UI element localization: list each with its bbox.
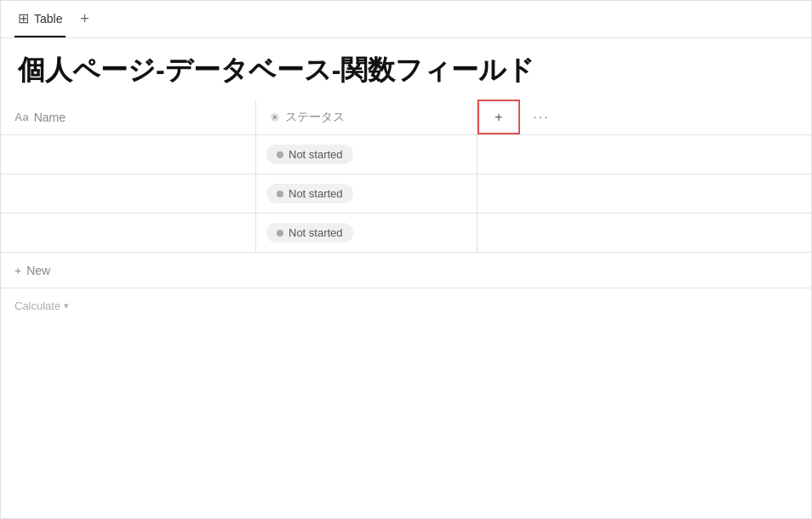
new-row-label: New <box>26 264 50 277</box>
table-row: Not started <box>1 174 811 214</box>
table-icon: ⊞ <box>18 10 29 26</box>
add-tab-button[interactable]: + <box>72 8 96 31</box>
calculate-label: Calculate <box>14 299 60 312</box>
status-badge: Not started <box>266 184 353 203</box>
table-row: Not started <box>1 214 811 253</box>
status-badge: Not started <box>266 223 353 242</box>
calculate-button[interactable]: Calculate ▾ <box>1 288 811 322</box>
status-label: Not started <box>289 226 343 239</box>
row-status-cell[interactable]: Not started <box>256 135 477 174</box>
name-column-header: Aa Name <box>1 100 256 134</box>
more-options-button[interactable]: ··· <box>520 100 563 134</box>
aa-icon: Aa <box>14 111 29 123</box>
row-name-cell[interactable] <box>1 214 256 252</box>
status-column-label: ステータス <box>285 110 345 125</box>
status-label: Not started <box>289 148 343 161</box>
more-icon: ··· <box>533 110 549 125</box>
app-container: ⊞ Table + 個人ページ-データベース-関数フィールド Aa Name ✳… <box>0 0 812 519</box>
table-container: Aa Name ✳ ステータス + ··· Not started <box>1 100 811 518</box>
table-header: Aa Name ✳ ステータス + ··· <box>1 100 811 135</box>
status-column-header: ✳ ステータス <box>256 100 477 134</box>
name-column-label: Name <box>34 111 66 124</box>
add-column-button[interactable]: + <box>477 100 520 134</box>
tab-bar: ⊞ Table + <box>1 1 811 38</box>
table-tab[interactable]: ⊞ Table <box>14 1 66 37</box>
status-label: Not started <box>289 187 343 200</box>
row-status-cell[interactable]: Not started <box>256 214 477 252</box>
status-dot <box>277 230 283 237</box>
tab-label: Table <box>34 12 62 26</box>
new-plus-icon: + <box>14 264 21 277</box>
row-add-cell <box>477 174 520 213</box>
status-badge: Not started <box>266 145 353 164</box>
add-column-icon: + <box>495 110 502 125</box>
page-title: 個人ページ-データベース-関数フィールド <box>1 38 811 100</box>
row-name-cell[interactable] <box>1 135 256 174</box>
status-dot <box>277 191 283 197</box>
status-dot <box>277 151 283 158</box>
new-row-button[interactable]: + New <box>1 253 811 288</box>
row-add-cell <box>477 135 520 174</box>
table-row: Not started <box>1 135 811 174</box>
spinner-icon: ✳ <box>270 111 280 124</box>
row-name-cell[interactable] <box>1 174 256 213</box>
add-tab-icon: + <box>80 10 89 28</box>
row-status-cell[interactable]: Not started <box>256 174 477 213</box>
row-add-cell <box>477 214 520 252</box>
chevron-down-icon: ▾ <box>64 300 69 311</box>
